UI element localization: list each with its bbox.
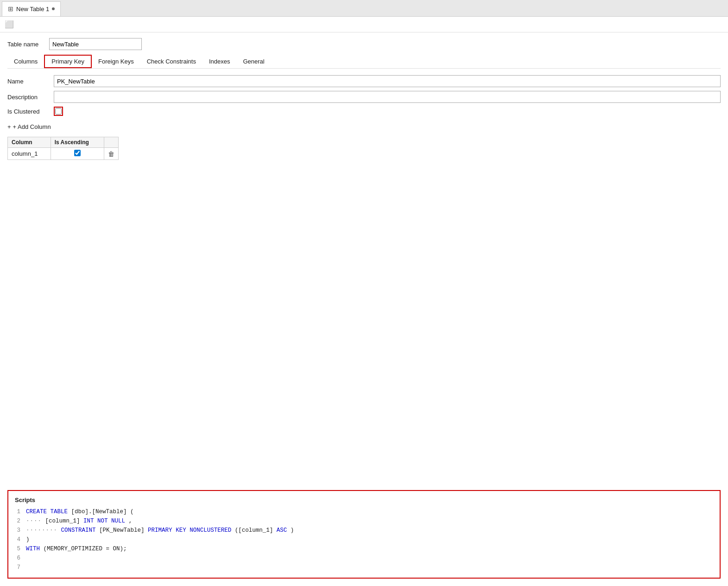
content-spacer	[0, 324, 728, 483]
code-line-5: 5 WITH (MEMORY_OPTIMIZED = ON);	[15, 544, 713, 554]
scripts-title: Scripts	[15, 497, 713, 503]
line-num-3: 3	[15, 526, 20, 535]
code-line-6: 6	[15, 554, 713, 563]
primary-key-panel: Name Description Is Clustered + + Add Co…	[7, 75, 721, 160]
tab-columns[interactable]: Columns	[7, 56, 44, 67]
col-header-is-ascending: Is Ascending	[51, 137, 104, 148]
line-num-5: 5	[15, 544, 20, 554]
tab-indexes[interactable]: Indexes	[203, 56, 237, 67]
table-icon: ⊞	[8, 5, 13, 13]
col-cell-is-ascending	[51, 148, 104, 160]
code-line-3: 3 ········ CONSTRAINT [PK_NewTable] PRIM…	[15, 526, 713, 535]
code-line-7: 7	[15, 563, 713, 572]
code-content-4: )	[26, 535, 30, 544]
save-icon: ⬜	[5, 20, 14, 29]
col-cell-delete[interactable]: 🗑	[104, 148, 119, 160]
section-tabs: Columns Primary Key Foreign Keys Check C…	[7, 55, 721, 69]
line-num-4: 4	[15, 535, 20, 544]
col-cell-column-name: column_1	[8, 148, 51, 160]
tab-bar: ⊞ New Table 1	[0, 0, 728, 17]
table-name-row: Table name	[7, 38, 721, 50]
pk-is-clustered-checkbox[interactable]	[55, 108, 62, 115]
line-num-2: 2	[15, 516, 20, 526]
pk-name-label: Name	[7, 78, 54, 85]
scripts-section: Scripts 1 CREATE TABLE [dbo].[NewTable] …	[7, 490, 721, 579]
code-content-5: WITH (MEMORY_OPTIMIZED = ON);	[26, 544, 127, 554]
is-ascending-checkbox[interactable]	[74, 150, 81, 156]
line-num-6: 6	[15, 554, 20, 563]
pk-name-row: Name	[7, 75, 721, 87]
toolbar: ⬜	[0, 17, 728, 32]
tab-label: New Table 1	[16, 6, 49, 13]
pk-is-clustered-label: Is Clustered	[7, 108, 54, 115]
delete-row-icon[interactable]: 🗑	[108, 150, 114, 158]
code-content-1: CREATE TABLE [dbo].[NewTable] (	[26, 507, 134, 516]
tab-check-constraints[interactable]: Check Constraints	[140, 56, 203, 67]
table-row: column_1 🗑	[8, 148, 119, 160]
table-name-input[interactable]	[49, 38, 142, 50]
code-content-3: ········ CONSTRAINT [PK_NewTable] PRIMAR…	[26, 526, 294, 535]
table-name-label: Table name	[7, 41, 49, 48]
pk-description-input[interactable]	[54, 91, 721, 103]
code-content-6	[26, 554, 30, 563]
code-content-7	[26, 563, 30, 572]
pk-description-row: Description	[7, 91, 721, 103]
line-num-7: 7	[15, 563, 20, 572]
pk-is-clustered-highlight	[54, 107, 63, 116]
add-column-label: + Add Column	[13, 123, 51, 130]
pk-columns-table: Column Is Ascending column_1 🗑	[7, 137, 119, 160]
code-line-2: 2 ···· [column_1] INT NOT NULL ,	[15, 516, 713, 526]
add-column-button[interactable]: + + Add Column	[7, 121, 721, 132]
new-table-tab[interactable]: ⊞ New Table 1	[2, 1, 61, 16]
add-column-plus-icon: +	[7, 123, 11, 130]
pk-description-label: Description	[7, 94, 54, 101]
pk-name-input[interactable]	[54, 75, 721, 87]
col-header-column: Column	[8, 137, 51, 148]
tab-unsaved-indicator	[52, 7, 55, 10]
line-num-1: 1	[15, 507, 20, 516]
save-button[interactable]: ⬜	[4, 19, 15, 30]
main-content: Table name Columns Primary Key Foreign K…	[0, 32, 728, 324]
col-header-actions	[104, 137, 119, 148]
tab-general[interactable]: General	[236, 56, 271, 67]
pk-is-clustered-row: Is Clustered	[7, 107, 721, 116]
code-line-1: 1 CREATE TABLE [dbo].[NewTable] (	[15, 507, 713, 516]
tab-foreign-keys[interactable]: Foreign Keys	[92, 56, 140, 67]
code-content-2: ···· [column_1] INT NOT NULL ,	[26, 516, 132, 526]
tab-primary-key[interactable]: Primary Key	[44, 55, 92, 68]
code-line-4: 4 )	[15, 535, 713, 544]
